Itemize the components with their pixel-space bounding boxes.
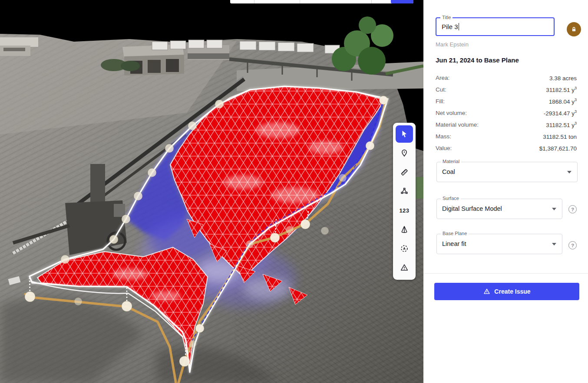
vertex-handle xyxy=(134,192,142,200)
tool-count[interactable]: 123 xyxy=(396,202,413,219)
vertex-handle xyxy=(188,340,196,348)
surface-help-icon[interactable]: ? xyxy=(568,205,577,213)
tool-measure-area[interactable] xyxy=(396,183,413,200)
base-plane-select[interactable]: Base Plane Linear fit xyxy=(436,234,562,254)
vertex-handle xyxy=(109,235,118,244)
tool-palette: 123 xyxy=(393,123,416,280)
stat-row-cut: Cut:31182.51 y3 xyxy=(436,84,577,95)
tool-location-marker[interactable] xyxy=(396,144,413,162)
vertex-handle xyxy=(195,324,204,333)
top-bar-active-button[interactable] xyxy=(391,0,413,3)
create-issue-label: Create Issue xyxy=(494,288,530,295)
ruler-icon xyxy=(400,167,409,177)
base-plane-select-value: Linear fit xyxy=(442,234,466,254)
top-bar-partial xyxy=(230,0,413,3)
cursor-arrow-icon xyxy=(400,129,409,139)
title-field-value: Pile 3 xyxy=(442,18,459,36)
stat-row-fill: Fill:1868.04 y3 xyxy=(436,95,577,107)
vertex-handle xyxy=(366,141,374,150)
vertex-handle xyxy=(270,233,280,242)
lock-icon xyxy=(570,26,578,33)
vertex-handle xyxy=(215,100,224,108)
vertex-handle xyxy=(148,168,156,177)
tool-select[interactable] xyxy=(396,125,413,143)
tool-3d-orbit[interactable] xyxy=(396,240,413,257)
vertex-handle xyxy=(122,215,130,223)
vertex-handle xyxy=(339,174,347,182)
vertex-handle xyxy=(122,301,132,311)
volume-measurement-app: 123 Title Pile 3 xyxy=(0,0,588,383)
volume-cone-icon xyxy=(400,225,409,234)
polygon-area-icon xyxy=(400,187,409,196)
vertex-handle xyxy=(321,227,329,235)
panel-divider xyxy=(423,273,588,274)
stats-table: Area:3.38 acres Cut:31182.51 y3 Fill:186… xyxy=(436,72,577,154)
title-field[interactable]: Title Pile 3 xyxy=(436,17,555,36)
vertex-handle xyxy=(165,144,174,153)
vertex-handle xyxy=(301,219,310,229)
vertex-handle xyxy=(74,298,82,305)
stat-row-area: Area:3.38 acres xyxy=(436,72,577,84)
lock-button[interactable] xyxy=(567,22,581,36)
location-pin-icon xyxy=(400,148,409,158)
surface-select-value: Digital Surface Model xyxy=(442,199,502,219)
material-select-value: Coal xyxy=(442,162,455,182)
count-tool-icon: 123 xyxy=(399,207,409,214)
owner-name: Mark Epstein xyxy=(436,41,469,48)
photogrammetry-scene xyxy=(0,0,423,383)
warning-triangle-icon xyxy=(483,288,491,295)
stat-row-material-volume: Material volume:31182.51 y3 xyxy=(436,119,577,131)
vertex-handle xyxy=(179,356,190,367)
chevron-down-icon xyxy=(567,171,571,173)
vertex-handle xyxy=(379,96,388,105)
vertex-handle xyxy=(188,121,197,130)
surface-select[interactable]: Surface Digital Surface Model xyxy=(436,199,562,219)
comparison-heading: Jun 21, 2024 to Base Plane xyxy=(436,56,519,64)
vertex-handle xyxy=(61,255,69,264)
create-issue-button[interactable]: Create Issue xyxy=(434,283,579,300)
tool-measure-distance[interactable] xyxy=(396,164,413,181)
chevron-down-icon xyxy=(552,243,556,246)
vertex-handle xyxy=(25,291,35,302)
chevron-down-icon xyxy=(552,208,556,210)
vertex-handle xyxy=(246,240,254,248)
material-select[interactable]: Material Coal xyxy=(436,162,578,182)
tool-issue[interactable] xyxy=(396,259,413,276)
stat-row-net-volume: Net volume:-29314.47 y3 xyxy=(436,107,577,119)
stat-row-mass: Mass:31182.51 ton xyxy=(436,131,577,142)
stat-row-value: Value:$1,387,621.70 xyxy=(436,142,577,154)
vertex-handle xyxy=(286,226,294,234)
map-viewport[interactable]: 123 xyxy=(0,0,423,383)
base-plane-help-icon[interactable]: ? xyxy=(568,241,577,249)
warning-triangle-icon xyxy=(400,263,409,272)
text-caret xyxy=(459,23,459,30)
orbit-3d-icon xyxy=(400,244,409,253)
tool-volume[interactable] xyxy=(396,221,413,238)
details-panel: Title Pile 3 Mark Epstein Jun 21, 2024 t… xyxy=(423,0,588,383)
